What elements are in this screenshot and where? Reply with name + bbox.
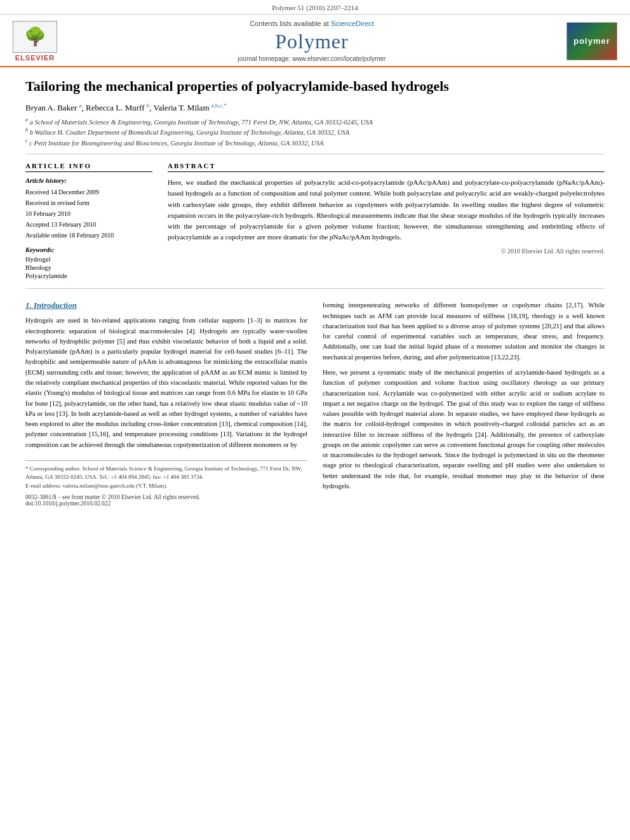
accepted-date: Accepted 13 February 2010 (25, 220, 152, 229)
elsevier-label: ELSEVIER (15, 54, 55, 62)
contents-text: Contents lists available at (250, 20, 331, 27)
abstract-header: Abstract (168, 162, 605, 172)
article-info-abstract: Article Info Article history: Received 1… (25, 162, 605, 281)
citation-text: Polymer 51 (2010) 2207–2214 (272, 4, 358, 11)
footnote-corresponding: * Corresponding author. School of Materi… (25, 465, 307, 482)
received-revised-label: Received in revised form (25, 198, 152, 208)
doi-bar: 0032-3861/$ – see front matter © 2010 El… (25, 494, 307, 507)
body-para3: Here, we present a systematic study of t… (323, 368, 605, 491)
article-title: Tailoring the mechanical properties of p… (25, 77, 605, 96)
main-content: Tailoring the mechanical properties of p… (0, 67, 630, 519)
keywords-label: Keywords: (25, 246, 152, 253)
abstract-text: Here, we studied the mechanical properti… (168, 177, 605, 242)
copyright-line: © 2010 Elsevier Ltd. All rights reserved… (168, 248, 605, 255)
divider-2 (25, 288, 605, 289)
sciencedirect-line: Contents lists available at ScienceDirec… (57, 20, 566, 27)
page-wrapper: Polymer 51 (2010) 2207–2214 🌳 ELSEVIER C… (0, 0, 630, 519)
affiliation-a: a a School of Materials Science & Engine… (25, 117, 605, 126)
polymer-logo-right: polymer (566, 22, 617, 60)
keyword-hydrogel: Hydrogel (25, 256, 152, 263)
intro-section-title: 1. Introduction (25, 300, 307, 310)
article-history-label: Article history: (25, 177, 152, 184)
body-para2: forming interpenetrating networks of dif… (323, 300, 605, 363)
sciencedirect-link[interactable]: ScienceDirect (331, 20, 374, 27)
footnote-section: * Corresponding author. School of Materi… (25, 460, 307, 491)
article-info-header: Article Info (25, 162, 152, 172)
authors-line: Bryan A. Baker a, Rebecca L. Murff b, Va… (25, 102, 605, 113)
affiliation-b: b b Wallace H. Coulter Department of Bio… (25, 127, 605, 136)
received-date: Received 14 December 2009 (25, 187, 152, 197)
journal-title-header: Polymer (57, 30, 566, 53)
elsevier-logo: 🌳 ELSEVIER (13, 21, 57, 62)
body-left: 1. Introduction Hydrogels are used in bi… (25, 300, 307, 507)
doi: doi:10.1016/j.polymer.2010.02.022 (25, 500, 307, 507)
keyword-polyacrylamide: Polyacrylamide (25, 272, 152, 279)
intro-para1: Hydrogels are used in bio-related applic… (25, 316, 307, 450)
journal-homepage: journal homepage: www.elsevier.com/locat… (57, 55, 566, 62)
affiliation-c: c c Petit Institute for Bioengineering a… (25, 138, 605, 147)
doi-line: 0032-3861/$ – see front matter © 2010 El… (25, 494, 307, 500)
body-right: forming interpenetrating networks of dif… (323, 300, 605, 507)
revised-date: 10 February 2010 (25, 209, 152, 218)
journal-center: Contents lists available at ScienceDirec… (57, 20, 566, 62)
elsevier-tree-icon: 🌳 (24, 26, 46, 47)
citation-bar: Polymer 51 (2010) 2207–2214 (0, 0, 630, 15)
keyword-rheology: Rheology (25, 264, 152, 271)
author-baker: Bryan A. Baker a, Rebecca L. Murff b, Va… (25, 103, 227, 112)
elsevier-logo-box: 🌳 (13, 21, 57, 53)
journal-header: 🌳 ELSEVIER Contents lists available at S… (0, 15, 630, 67)
body-content: 1. Introduction Hydrogels are used in bi… (25, 300, 605, 507)
footnote-email: E-mail address: valeria.milam@mse.gatech… (25, 482, 307, 491)
divider-1 (25, 154, 605, 154)
online-date: Available online 18 February 2010 (25, 230, 152, 240)
right-col: Abstract Here, we studied the mechanical… (168, 162, 605, 281)
left-col: Article Info Article history: Received 1… (25, 162, 152, 281)
